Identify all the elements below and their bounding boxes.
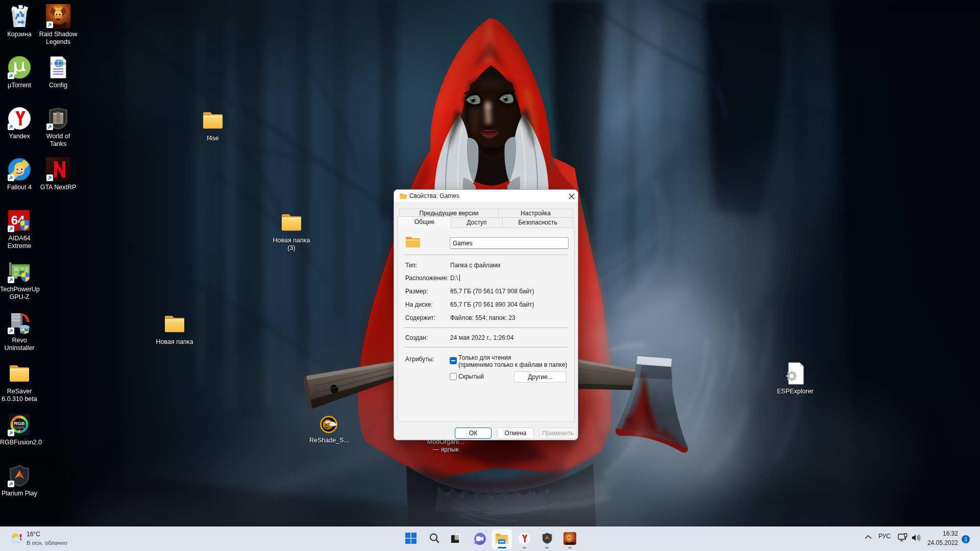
svg-text:2.: 2. — [18, 430, 21, 433]
svg-text:FUSION: FUSION — [14, 426, 25, 429]
svg-text:RGB: RGB — [14, 420, 24, 426]
